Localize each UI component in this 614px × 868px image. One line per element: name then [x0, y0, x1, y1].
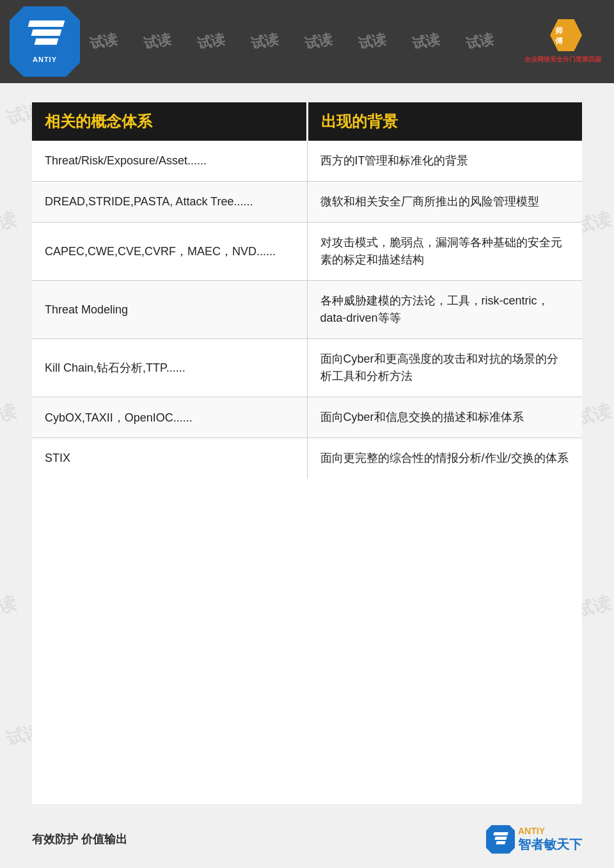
footer: 有效防护 价值输出 ANTIY 智者敏天下 — [0, 810, 614, 868]
header-watermarks: 试读 试读 试读 试读 试读 试读 试读 试读 — [0, 0, 614, 83]
logo-stripe-2 — [31, 29, 62, 36]
body-wm-8: 试读 — [0, 398, 19, 431]
header-watermark-4: 试读 — [249, 29, 281, 53]
logo-stripe-1 — [28, 20, 65, 27]
logo-text: ANTIY — [33, 56, 57, 63]
footer-tagline: 有效防护 价值输出 — [32, 832, 127, 847]
header-watermark-5: 试读 — [303, 29, 335, 53]
logo-stripe-3 — [35, 38, 59, 45]
table-cell-right: 西方的IT管理和标准化的背景 — [308, 141, 583, 181]
header-watermark-7: 试读 — [411, 29, 442, 53]
table-row: Kill Chain,钻石分析,TTP...... 面向Cyber和更高强度的攻… — [32, 339, 582, 397]
table-cell-threat-modeling: Threat Modeling — [32, 281, 308, 338]
table-row: STIX 面向更完整的综合性的情报分析/作业/交换的体系 — [32, 438, 582, 478]
footer-logo-words: ANTIY 智者敏天下 — [518, 826, 582, 853]
footer-slogan: 智者敏天下 — [518, 836, 582, 853]
right-logo-hexagon: 师 傅 — [550, 19, 582, 51]
table-row: Threat Modeling 各种威胁建模的方法论，工具，risk-centr… — [32, 281, 582, 339]
svg-text:傅: 傅 — [555, 36, 563, 45]
right-logo-slogan: 企业网络安全分门里第四届 — [524, 55, 601, 64]
header-watermark-3: 试读 — [196, 29, 227, 53]
table-cell-left: CybOX,TAXII，OpenIOC...... — [32, 397, 308, 438]
svg-text:师: 师 — [555, 26, 563, 35]
table-row: Threat/Risk/Exposure/Asset...... 西方的IT管理… — [32, 141, 582, 182]
footer-antiy-label: ANTIY — [518, 826, 582, 836]
table-cell-left: STIX — [32, 438, 308, 478]
table-cell-right: 各种威胁建模的方法论，工具，risk-centric，data-driven等等 — [308, 281, 583, 338]
footer-logo: ANTIY 智者敏天下 — [486, 825, 582, 854]
table-header-col2: 出现的背景 — [308, 102, 583, 141]
table-row: CybOX,TAXII，OpenIOC...... 面向Cyber和信息交换的描… — [32, 397, 582, 438]
table-cell-right: 对攻击模式，脆弱点，漏洞等各种基础的安全元素的标定和描述结构 — [308, 223, 583, 280]
footer-logo-emblem-inner — [492, 832, 508, 846]
footer-logo-stripe-2 — [494, 837, 507, 840]
table-cell-left: Kill Chain,钻石分析,TTP...... — [32, 339, 308, 397]
header-right-logo: 师 傅 企业网络安全分门里第四届 — [550, 19, 601, 64]
header-watermark-8: 试读 — [464, 29, 496, 53]
header-logo: ANTIY — [10, 6, 80, 77]
table-cell-left: DREAD,STRIDE,PASTA, Attack Tree...... — [32, 182, 308, 222]
table-cell-right: 面向Cyber和信息交换的描述和标准体系 — [308, 397, 583, 438]
table-cell-right: 面向更完整的综合性的情报分析/作业/交换的体系 — [308, 438, 583, 478]
table-cell-left: Threat/Risk/Exposure/Asset...... — [32, 141, 308, 181]
header: ANTIY 试读 试读 试读 试读 试读 试读 试读 试读 师 傅 企业网络安全… — [0, 0, 614, 83]
header-watermark-2: 试读 — [142, 29, 173, 53]
header-watermark-1: 试读 — [88, 29, 120, 53]
table-cell-right: 面向Cyber和更高强度的攻击和对抗的场景的分析工具和分析方法 — [308, 339, 583, 397]
main-content: 相关的概念体系 出现的背景 Threat/Risk/Exposure/Asset… — [32, 102, 582, 804]
body-wm-10: 试读 — [0, 590, 19, 623]
table: 相关的概念体系 出现的背景 Threat/Risk/Exposure/Asset… — [32, 102, 582, 478]
table-row: DREAD,STRIDE,PASTA, Attack Tree...... 微软… — [32, 182, 582, 223]
body-wm-6: 试读 — [0, 207, 19, 239]
table-cell-right: 微软和相关安全厂商所推出的风险管理模型 — [308, 182, 583, 222]
table-header-col1: 相关的概念体系 — [32, 102, 308, 141]
table-row: CAPEC,CWE,CVE,CVRF，MAEC，NVD...... 对攻击模式，… — [32, 223, 582, 281]
footer-logo-emblem — [486, 825, 515, 854]
logo-stripes — [26, 20, 64, 52]
footer-logo-stripe-1 — [493, 832, 508, 835]
right-logo-box: 师 傅 企业网络安全分门里第四届 — [550, 19, 601, 64]
header-watermark-6: 试读 — [357, 29, 388, 53]
table-header-row: 相关的概念体系 出现的背景 — [32, 102, 582, 141]
table-cell-left: CAPEC,CWE,CVE,CVRF，MAEC，NVD...... — [32, 223, 308, 280]
footer-logo-stripe-3 — [496, 841, 505, 844]
